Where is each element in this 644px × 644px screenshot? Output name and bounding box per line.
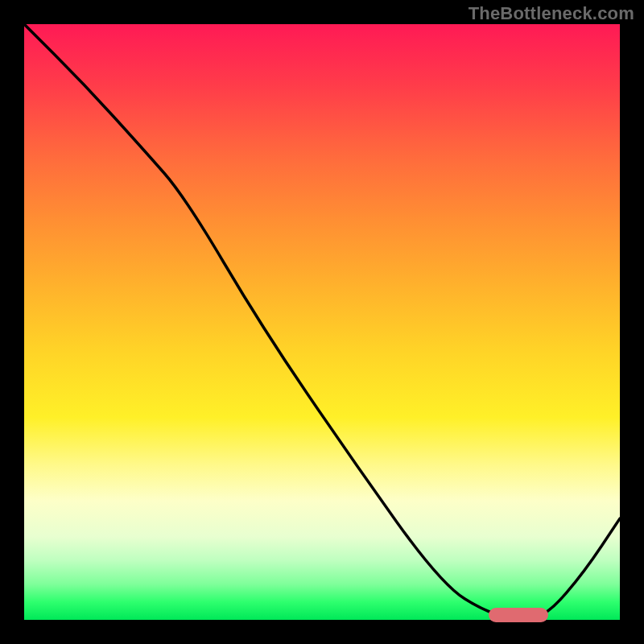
bottleneck-curve [24, 24, 620, 620]
chart-frame: TheBottleneck.com [0, 0, 644, 644]
attribution-text: TheBottleneck.com [469, 3, 634, 24]
optimal-range-marker [489, 608, 548, 622]
plot-area [24, 24, 620, 620]
